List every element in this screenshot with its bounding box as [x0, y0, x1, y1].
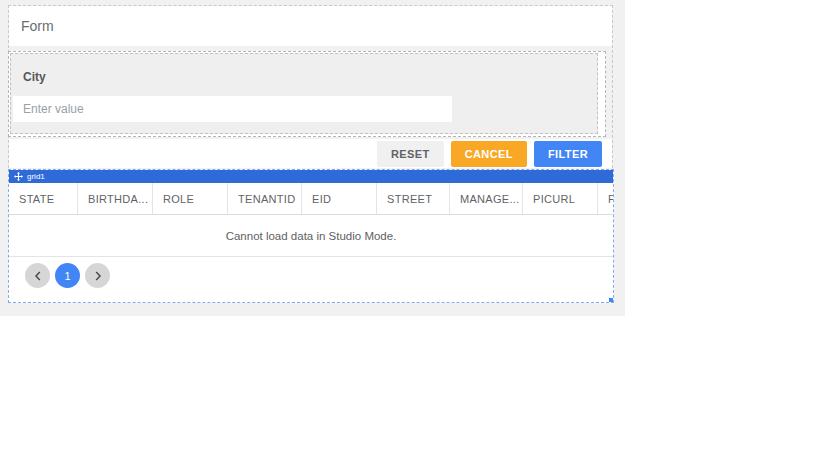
- column-header[interactable]: TENANTID: [228, 183, 302, 214]
- form-title: Form: [21, 18, 54, 34]
- chevron-left-icon: [34, 267, 42, 285]
- grid-pagination: 1: [9, 257, 613, 288]
- column-header[interactable]: BIRTHDA...: [78, 183, 153, 214]
- city-field-widget[interactable]: City: [10, 53, 598, 134]
- studio-canvas: Form City RESET CANCEL FILTER grid1 STAT…: [0, 0, 625, 316]
- next-page-button[interactable]: [85, 263, 110, 288]
- column-header[interactable]: F: [598, 183, 613, 214]
- chevron-right-icon: [94, 267, 102, 285]
- grid-tag-label: grid1: [27, 170, 45, 183]
- column-header[interactable]: EID: [302, 183, 377, 214]
- grid-empty-message: Cannot load data in Studio Mode.: [9, 215, 613, 257]
- grid-resize-handle[interactable]: [609, 298, 614, 303]
- form-title-bar[interactable]: Form: [9, 6, 612, 46]
- form-footer: RESET CANCEL FILTER: [9, 139, 612, 168]
- move-icon: [14, 172, 23, 181]
- city-field-label: City: [23, 70, 46, 84]
- column-header[interactable]: STATE: [9, 183, 78, 214]
- column-header[interactable]: ROLE: [153, 183, 228, 214]
- cancel-button[interactable]: CANCEL: [451, 141, 527, 167]
- city-input[interactable]: [13, 96, 452, 122]
- page-number-button[interactable]: 1: [55, 263, 80, 288]
- grid-header-row: STATE BIRTHDA... ROLE TENANTID EID STREE…: [9, 183, 613, 215]
- grid-tag-bar[interactable]: grid1: [9, 170, 613, 183]
- column-header[interactable]: STREET: [377, 183, 450, 214]
- previous-page-button[interactable]: [25, 263, 50, 288]
- column-header[interactable]: PICURL: [523, 183, 598, 214]
- reset-button[interactable]: RESET: [377, 141, 444, 167]
- column-header[interactable]: MANAGE...: [450, 183, 523, 214]
- grid-widget[interactable]: grid1 STATE BIRTHDA... ROLE TENANTID EID…: [8, 169, 614, 303]
- filter-button[interactable]: FILTER: [534, 141, 602, 167]
